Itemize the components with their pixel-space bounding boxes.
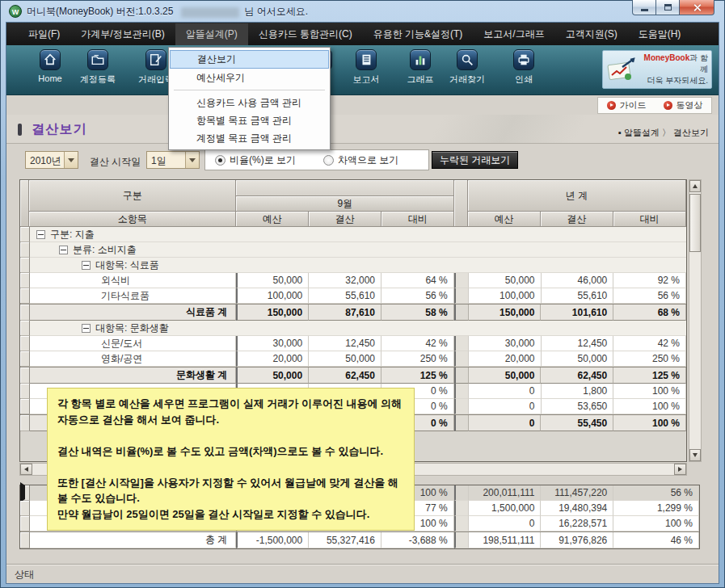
- video-link[interactable]: 동영상: [655, 99, 711, 111]
- missing-transactions-button[interactable]: 누락된 거래보기: [432, 151, 518, 169]
- menu-reports[interactable]: 보고서/그래프: [473, 23, 554, 45]
- view-mode-panel: 비율(%)로 보기 차액으로 보기: [204, 149, 429, 170]
- banner-line2: 더욱 부자되세요.: [647, 76, 708, 85]
- header-ratio: 대비: [381, 212, 454, 227]
- menu-support[interactable]: 고객지원(S): [555, 23, 628, 45]
- guide-panel: 가이드 동영상: [597, 97, 712, 114]
- menu-item-item-target-amount[interactable]: 항목별 목표 금액 관리: [169, 111, 330, 129]
- menu-item-account-target-amount[interactable]: 계정별 목표 금액 관리: [169, 129, 330, 147]
- scroll-left-button[interactable]: [20, 464, 32, 475]
- graph-icon: [410, 49, 431, 70]
- banner-logo-icon: [606, 56, 639, 83]
- home-button[interactable]: Home: [29, 49, 71, 83]
- header-actual: 결산: [309, 212, 381, 227]
- menu-file[interactable]: 파일(F): [18, 23, 70, 45]
- radio-unselected-icon: [323, 155, 334, 166]
- table-row-total[interactable]: 식료품 계 150,000 87,610 58 % 150,000 101,61…: [20, 304, 686, 321]
- menu-item-budget-setup[interactable]: 예산세우기: [169, 69, 330, 86]
- graph-button[interactable]: 그래프: [399, 49, 441, 86]
- header-year-group: 년 계: [468, 180, 686, 212]
- table-row[interactable]: 외식비 50,000 32,000 64 % 50,000 46,000 92 …: [20, 273, 686, 288]
- status-text: 상태: [15, 569, 34, 580]
- header-subitem: 소항목: [29, 212, 236, 227]
- banner-brand: MoneyBook: [644, 53, 690, 62]
- table-row-group[interactable]: 구분: 지출: [20, 227, 686, 242]
- collapse-icon[interactable]: [82, 261, 91, 270]
- window-content: 파일(F) 가계부/정보관리(B) 알뜰설계(P) 신용카드 통합관리(C) 유…: [6, 22, 719, 584]
- table-row-group[interactable]: 대항목: 문화생활: [20, 321, 686, 336]
- table-row[interactable]: 기타식료품 100,000 55,610 56 % 100,000 55,610…: [20, 288, 686, 304]
- moneybook-ad-banner[interactable]: MoneyBook과 함께 더욱 부자되세요.: [602, 50, 712, 89]
- header-budget: 예산: [236, 212, 309, 227]
- entry-icon: [145, 49, 166, 70]
- collapse-icon[interactable]: [82, 324, 91, 333]
- sub-band: 가이드 동영상: [6, 97, 719, 115]
- page-header: 결산보기 ▪ 알뜰설계 〉 결산보기: [6, 115, 719, 144]
- status-bar: 상태: [6, 564, 719, 583]
- app-window: W 머니북(MoneyBook) 버전:1.0.3.25 님 어서오세요. 파일…: [0, 0, 725, 588]
- start-day-select[interactable]: 1일: [146, 151, 200, 169]
- maximize-icon: [664, 4, 672, 10]
- menu-budget-design[interactable]: 알뜰설계(P): [175, 23, 248, 45]
- grid-header: 구분 소항목 9월 예산 결산 대비: [20, 180, 686, 227]
- find-transaction-button[interactable]: 거래찾기: [446, 49, 488, 86]
- menu-ledger[interactable]: 가계부/정보관리(B): [70, 23, 175, 45]
- radio-selected-icon: [215, 155, 226, 166]
- search-icon: [457, 49, 478, 70]
- menu-separator: [174, 90, 325, 90]
- report-icon: [356, 49, 377, 70]
- home-icon: [40, 49, 61, 70]
- menu-tools[interactable]: 유용한 기능&설정(T): [363, 23, 474, 45]
- header-actual: 결산: [541, 212, 613, 227]
- title-accent-bar: [18, 124, 22, 136]
- menu-creditcard[interactable]: 신용카드 통합관리(C): [248, 23, 363, 45]
- header-budget: 예산: [468, 212, 541, 227]
- summary-grand-total-row[interactable]: 총 계 -1,500,000 55,327,416 -3,688 % 198,5…: [20, 531, 699, 548]
- table-row[interactable]: 신문/도서 30,000 12,450 42 % 30,000 12,450 4…: [20, 336, 686, 351]
- view-diff-radio[interactable]: 차액으로 보기: [323, 153, 398, 167]
- year-select[interactable]: 2010년: [25, 151, 78, 169]
- menu-bar: 파일(F) 가계부/정보관리(B) 알뜰설계(P) 신용카드 통합관리(C) 유…: [6, 23, 719, 45]
- table-row[interactable]: 영화/공연 20,000 50,000 250 % 20,000 50,000 …: [20, 351, 686, 367]
- collapse-icon[interactable]: [59, 246, 68, 254]
- scroll-right-button[interactable]: [674, 464, 686, 475]
- window-controls: [632, 0, 714, 15]
- user-name-redacted: [181, 7, 239, 18]
- guide-play-icon: [607, 101, 616, 110]
- guide-link[interactable]: 가이드: [598, 99, 655, 111]
- accounts-icon: [87, 49, 108, 70]
- minimize-button[interactable]: [632, 0, 656, 15]
- title-bar: W 머니북(MoneyBook) 버전:1.0.3.25 님 어서오세요.: [1, 1, 724, 22]
- page-title: 결산보기: [32, 121, 86, 138]
- register-account-button[interactable]: 계정등록: [77, 49, 119, 86]
- day-dropdown-icon[interactable]: [185, 152, 199, 168]
- menu-item-creditcard-amount[interactable]: 신용카드 사용 금액 관리: [169, 94, 330, 111]
- menu-item-settlement-view[interactable]: 결산보기: [170, 50, 329, 69]
- help-tooltip: 각 항목 별로 예산을 세우면 프로그램이 실제 거래가 이루어진 내용에 의해…: [47, 388, 415, 531]
- scroll-up-button[interactable]: [689, 180, 701, 192]
- window-title-greeting: 님 어서오세요.: [244, 5, 308, 19]
- year-dropdown-icon[interactable]: [64, 152, 78, 168]
- budget-design-dropdown-menu: 결산보기 예산세우기 신용카드 사용 금액 관리 항목별 목표 금액 관리 계정…: [168, 47, 331, 150]
- collapse-icon[interactable]: [36, 230, 45, 239]
- toolbar: Home 계정등록 거래입력 보고서: [6, 45, 719, 95]
- app-logo-icon: W: [9, 5, 22, 18]
- table-row-group[interactable]: 분류: 소비지출: [20, 242, 686, 258]
- minimize-icon: [641, 9, 648, 11]
- filter-bar: 2010년 결산 시작일 1일 비율(%)로 보기 차액으로 보기 누락된 거래…: [6, 144, 719, 178]
- table-row-total[interactable]: 문화생활 계 50,000 62,450 125 % 50,000 62,450…: [20, 367, 686, 384]
- table-row-group[interactable]: 대항목: 식료품: [20, 258, 686, 273]
- start-day-label: 결산 시작일: [90, 155, 141, 169]
- header-group: 구분: [29, 180, 236, 212]
- maximize-button[interactable]: [656, 0, 679, 15]
- close-button[interactable]: [679, 0, 714, 15]
- header-month-group: 9월: [236, 196, 454, 212]
- menu-help[interactable]: 도움말(H): [628, 23, 692, 45]
- print-button[interactable]: 인쇄: [503, 49, 545, 86]
- close-icon: [693, 3, 702, 12]
- vertical-scroll-thumb[interactable]: [689, 194, 701, 252]
- scroll-down-button[interactable]: [689, 449, 701, 461]
- view-ratio-radio[interactable]: 비율(%)로 보기: [215, 153, 296, 167]
- vertical-scrollbar[interactable]: [689, 179, 702, 462]
- report-button[interactable]: 보고서: [345, 49, 387, 86]
